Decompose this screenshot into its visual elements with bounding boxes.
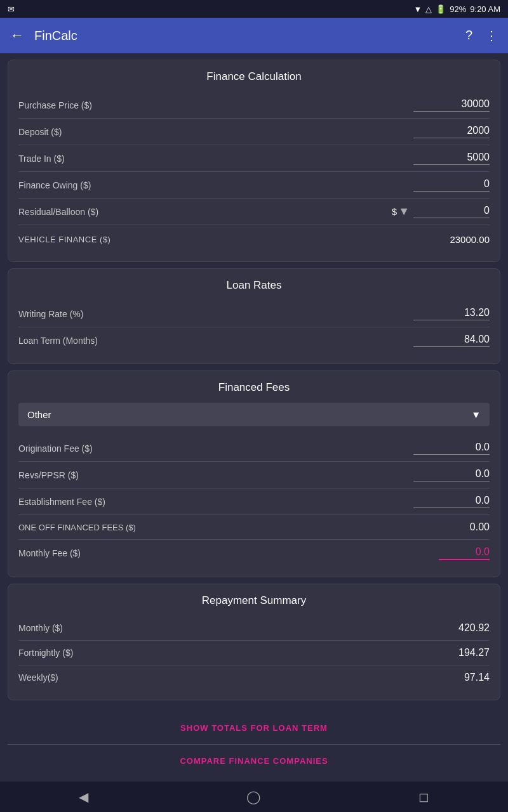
revs-ppsr-label: Revs/PPSR ($) bbox=[18, 470, 413, 480]
fortnightly-repayment-label: Fortnightly ($) bbox=[18, 648, 458, 658]
purchase-price-row[interactable]: Purchase Price ($) 30000 bbox=[18, 92, 490, 119]
battery-percent: 92% bbox=[450, 4, 466, 14]
back-arrow-icon[interactable]: ← bbox=[10, 27, 24, 44]
finance-calculation-title: Finance Calculation bbox=[18, 70, 490, 83]
weekly-repayment-row: Weekly($) 97.14 bbox=[18, 665, 490, 690]
nav-home-icon[interactable]: ◯ bbox=[231, 784, 276, 809]
residual-controls: $ ▼ 0 bbox=[392, 205, 490, 218]
establishment-fee-label: Establishment Fee ($) bbox=[18, 497, 413, 507]
app-bar: ← FinCalc ? ⋮ bbox=[0, 18, 508, 53]
repayment-summary-card: Repayment Summary Monthly ($) 420.92 For… bbox=[8, 584, 500, 700]
writing-rate-row[interactable]: Writing Rate (%) 13.20 bbox=[18, 301, 490, 327]
residual-value[interactable]: 0 bbox=[413, 205, 490, 218]
finance-owing-value[interactable]: 0 bbox=[413, 178, 490, 192]
weekly-repayment-label: Weekly($) bbox=[18, 672, 464, 683]
establishment-fee-value[interactable]: 0.0 bbox=[413, 495, 490, 508]
finance-calculation-card: Finance Calculation Purchase Price ($) 3… bbox=[8, 60, 500, 262]
loan-rates-card: Loan Rates Writing Rate (%) 13.20 Loan T… bbox=[8, 268, 500, 364]
signal-icon: ▼ bbox=[413, 4, 422, 14]
show-totals-button[interactable]: SHOW TOTALS FOR LOAN TERM bbox=[8, 712, 500, 744]
more-vert-icon[interactable]: ⋮ bbox=[485, 28, 498, 43]
chevron-down-icon: ▼ bbox=[398, 205, 410, 218]
origination-fee-value[interactable]: 0.0 bbox=[413, 442, 490, 455]
writing-rate-value[interactable]: 13.20 bbox=[413, 307, 490, 320]
loan-term-row[interactable]: Loan Term (Months) 84.00 bbox=[18, 327, 490, 353]
main-content: Finance Calculation Purchase Price ($) 3… bbox=[0, 53, 508, 782]
loan-term-label: Loan Term (Months) bbox=[18, 336, 413, 346]
repayment-summary-title: Repayment Summary bbox=[18, 594, 490, 607]
origination-fee-row[interactable]: Origination Fee ($) 0.0 bbox=[18, 435, 490, 462]
status-left: ✉ bbox=[8, 4, 15, 14]
nav-bar: ◀ ◯ ◻ bbox=[0, 782, 508, 812]
currency-symbol: $ bbox=[392, 206, 397, 217]
nav-back-icon[interactable]: ◀ bbox=[64, 784, 104, 809]
app-title: FinCalc bbox=[34, 29, 465, 43]
one-off-label: ONE OFF FINANCED FEES ($) bbox=[18, 523, 439, 532]
monthly-fee-value[interactable]: 0.0 bbox=[439, 546, 490, 560]
residual-row[interactable]: Residual/Balloon ($) $ ▼ 0 bbox=[18, 199, 490, 225]
monthly-fee-label: Monthly Fee ($) bbox=[18, 548, 439, 558]
trade-in-row[interactable]: Trade In ($) 5000 bbox=[18, 145, 490, 172]
one-off-row: ONE OFF FINANCED FEES ($) 0.00 bbox=[18, 515, 490, 540]
purchase-price-value[interactable]: 30000 bbox=[413, 98, 490, 112]
monthly-repayment-label: Monthly ($) bbox=[18, 623, 458, 633]
nav-recent-icon[interactable]: ◻ bbox=[403, 784, 444, 809]
battery-icon: 🔋 bbox=[436, 4, 446, 14]
deposit-label: Deposit ($) bbox=[18, 127, 413, 137]
loan-term-value[interactable]: 84.00 bbox=[413, 334, 490, 347]
writing-rate-label: Writing Rate (%) bbox=[18, 309, 413, 319]
monthly-fee-row[interactable]: Monthly Fee ($) 0.0 bbox=[18, 540, 490, 566]
trade-in-value[interactable]: 5000 bbox=[413, 152, 490, 165]
message-icon: ✉ bbox=[8, 4, 15, 14]
app-bar-actions: ? ⋮ bbox=[465, 28, 498, 43]
vehicle-finance-row: VEHICLE FINANCE ($) 23000.00 bbox=[18, 228, 490, 251]
other-dropdown-label: Other bbox=[27, 409, 51, 420]
weekly-repayment-value: 97.14 bbox=[464, 672, 490, 683]
wifi-icon: △ bbox=[425, 4, 432, 14]
purchase-price-label: Purchase Price ($) bbox=[18, 100, 413, 110]
deposit-row[interactable]: Deposit ($) 2000 bbox=[18, 119, 490, 145]
finance-owing-row[interactable]: Finance Owing ($) 0 bbox=[18, 172, 490, 199]
help-icon[interactable]: ? bbox=[465, 28, 472, 43]
currency-dropdown[interactable]: $ ▼ bbox=[392, 205, 410, 218]
deposit-value[interactable]: 2000 bbox=[413, 125, 490, 138]
fortnightly-repayment-row: Fortnightly ($) 194.27 bbox=[18, 641, 490, 665]
time-display: 9:20 AM bbox=[470, 4, 500, 14]
monthly-repayment-value: 420.92 bbox=[458, 622, 490, 634]
finance-owing-label: Finance Owing ($) bbox=[18, 180, 413, 190]
revs-ppsr-row[interactable]: Revs/PPSR ($) 0.0 bbox=[18, 462, 490, 488]
establishment-fee-row[interactable]: Establishment Fee ($) 0.0 bbox=[18, 488, 490, 515]
one-off-value: 0.00 bbox=[439, 521, 490, 533]
compare-finance-button[interactable]: COMPARE FINANCE COMPANIES bbox=[8, 745, 500, 777]
financed-fees-title: Financed Fees bbox=[18, 381, 490, 394]
financed-fees-card: Financed Fees Other ▼ Origination Fee ($… bbox=[8, 370, 500, 577]
action-buttons: SHOW TOTALS FOR LOAN TERM COMPARE FINANC… bbox=[8, 707, 500, 782]
origination-fee-label: Origination Fee ($) bbox=[18, 443, 413, 454]
status-bar: ✉ ▼ △ 🔋 92% 9:20 AM bbox=[0, 0, 508, 18]
vehicle-finance-value: 23000.00 bbox=[450, 234, 490, 245]
status-right: ▼ △ 🔋 92% 9:20 AM bbox=[413, 4, 500, 14]
other-dropdown[interactable]: Other ▼ bbox=[18, 403, 490, 426]
residual-label: Residual/Balloon ($) bbox=[18, 207, 98, 217]
revs-ppsr-value[interactable]: 0.0 bbox=[413, 468, 490, 481]
trade-in-label: Trade In ($) bbox=[18, 154, 413, 164]
fortnightly-repayment-value: 194.27 bbox=[458, 647, 490, 658]
monthly-repayment-row: Monthly ($) 420.92 bbox=[18, 616, 490, 641]
other-dropdown-arrow: ▼ bbox=[471, 409, 481, 420]
loan-rates-title: Loan Rates bbox=[18, 279, 490, 292]
vehicle-finance-label: VEHICLE FINANCE ($) bbox=[18, 235, 110, 244]
